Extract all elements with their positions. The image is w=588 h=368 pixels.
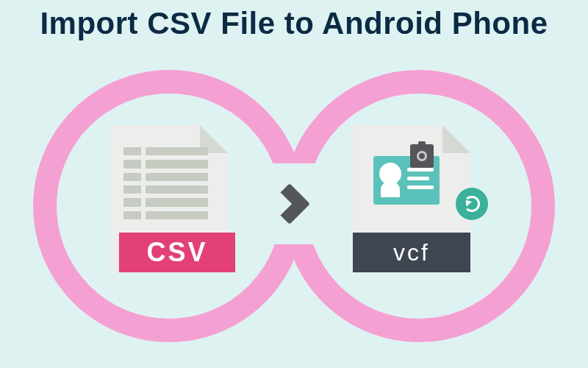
page-title: Import CSV File to Android Phone [0, 6, 588, 41]
chevron-right-icon [269, 183, 311, 225]
conversion-arrow-container [265, 163, 323, 244]
camera-icon [410, 144, 434, 168]
vcf-format-badge: vcf [353, 233, 470, 272]
avatar-body-icon [381, 181, 400, 197]
vcf-file-icon: vcf [353, 125, 470, 272]
contact-line [407, 177, 429, 180]
refresh-icon [456, 188, 488, 220]
contact-line [407, 168, 434, 171]
spreadsheet-grid-icon [123, 147, 208, 219]
contact-line [407, 185, 434, 189]
csv-file-icon: CSV [110, 125, 228, 272]
csv-format-badge: CSV [119, 233, 235, 272]
page-fold-corner [442, 125, 470, 153]
